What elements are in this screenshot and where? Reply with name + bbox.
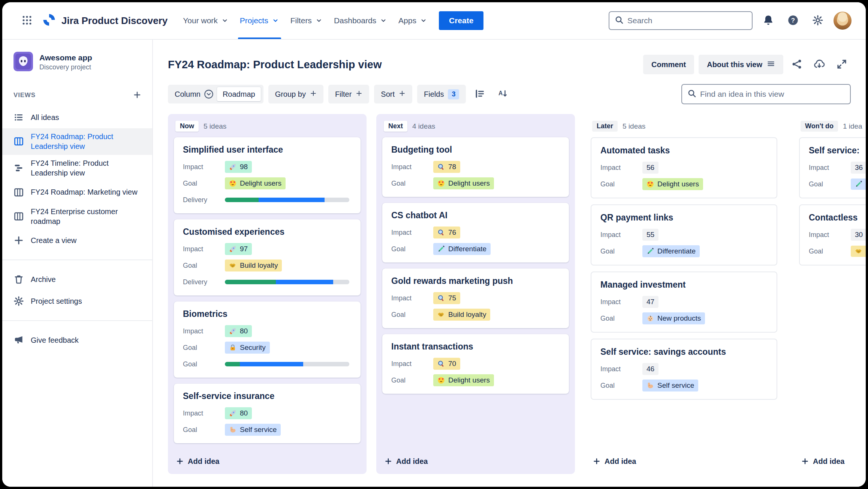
group-by-button[interactable]: Group by: [268, 85, 323, 104]
field-label: Goal: [600, 382, 642, 390]
chevron-down-icon: [420, 17, 427, 24]
idea-card[interactable]: Gold rewards marketing pushImpact75GoalB…: [382, 268, 569, 328]
idea-card[interactable]: Self service:Impact36Goal: [799, 137, 866, 198]
sidebar-item-project-settings[interactable]: Project settings: [2, 290, 152, 312]
idea-card[interactable]: Instant transactionsImpact70GoalDelight …: [382, 334, 569, 394]
idea-card-title: Budgeting tool: [391, 145, 560, 155]
find-idea-input[interactable]: [700, 90, 845, 99]
fullscreen-button[interactable]: [833, 56, 851, 74]
column-control[interactable]: Column Roadmap: [168, 85, 263, 104]
badge-value: Self service: [657, 381, 694, 390]
card-field-row: GoalSelf service: [600, 377, 768, 394]
add-view-button[interactable]: [130, 88, 144, 102]
top-navigation: Jira Product Discovery Your work Project…: [2, 2, 866, 40]
project-type: Discovery project: [39, 63, 92, 71]
add-idea-button[interactable]: Add idea: [385, 457, 428, 466]
view-header-actions: Comment About this view: [643, 55, 851, 74]
idea-card[interactable]: CS chatbot AIImpact76GoalDifferentiate: [382, 203, 569, 262]
app-brand[interactable]: Jira Product Discovery: [42, 13, 168, 28]
pen-icon: [647, 248, 654, 255]
card-field-row: GoalNew products: [600, 310, 768, 327]
find-idea-search: [681, 84, 851, 104]
goal-badge: Security: [225, 342, 270, 354]
fields-button[interactable]: Fields 3: [417, 85, 466, 104]
nav-item-apps[interactable]: Apps: [393, 2, 433, 39]
settings-button[interactable]: [809, 12, 827, 30]
badge-value: 36: [855, 164, 863, 172]
sidebar-item-archive[interactable]: Archive: [2, 268, 152, 290]
add-idea-button[interactable]: Add idea: [593, 457, 636, 466]
idea-card[interactable]: BiometricsImpact80GoalSecurityGoal: [174, 302, 361, 378]
global-search-input[interactable]: [627, 16, 747, 25]
bell-icon: [763, 15, 774, 27]
sidebar-item-fy24-roadmap-product-leadership[interactable]: FY24 Roadmap: Product Leadership view: [2, 128, 152, 155]
card-field-row: Impact80: [183, 405, 352, 422]
sidebar-item-create-a-view[interactable]: Create a view: [2, 230, 152, 251]
user-avatar[interactable]: [834, 12, 852, 30]
add-idea-button[interactable]: Add idea: [801, 457, 844, 466]
goal-badge: Differentiate: [433, 243, 491, 255]
impact-badge: 75: [433, 292, 460, 304]
app-switcher-button[interactable]: [18, 12, 36, 30]
card-field-row: Goal: [809, 176, 866, 192]
board-column-next: Next4 ideasBudgeting toolImpact78GoalDel…: [376, 114, 575, 474]
sidebar-item-give-feedback[interactable]: Give feedback: [2, 329, 152, 351]
field-label: Goal: [183, 262, 225, 270]
column-cards: Budgeting toolImpact78GoalDelight usersC…: [376, 136, 575, 451]
comment-button[interactable]: Comment: [643, 55, 694, 74]
notifications-button[interactable]: [759, 12, 777, 30]
sidebar-item-fy24-enterprise-customer-roadmap[interactable]: FY24 Enterprise customer roadmap: [2, 203, 152, 230]
goal-badge: [851, 246, 866, 257]
column-status-badge: Now: [175, 121, 199, 132]
idea-card[interactable]: Customised experiencesImpact97GoalBuild …: [174, 219, 361, 296]
idea-card[interactable]: Automated tasksImpact56GoalDelight users: [591, 137, 777, 198]
card-field-row: Impact55: [600, 226, 768, 243]
top-navigation-right: ?: [609, 11, 852, 30]
plus-icon: [176, 458, 184, 465]
sidebar-item-fy24-roadmap-marketing[interactable]: FY24 Roadmap: Marketing view: [2, 182, 152, 203]
sort-alpha-icon: A: [497, 88, 508, 100]
impact-badge: 80: [225, 325, 252, 337]
progress-segment: [259, 198, 325, 202]
idea-card[interactable]: Self-service insuranceImpact80GoalSelf s…: [174, 384, 361, 443]
idea-card[interactable]: QR payment linksImpact55GoalDifferentiat…: [591, 204, 777, 266]
field-label: Impact: [183, 245, 225, 253]
publish-button[interactable]: [810, 56, 828, 74]
idea-card-title: Self-service insurance: [183, 391, 352, 401]
sidebar-item-all-ideas[interactable]: All ideas: [2, 106, 152, 128]
goal-badge: Delight users: [433, 177, 494, 189]
nav-item-your-work[interactable]: Your work: [177, 2, 234, 39]
card-field-row: Goal: [809, 243, 866, 260]
idea-card[interactable]: Self service: savings accountsImpact46Go…: [591, 339, 777, 400]
sidebar-item-label: FY24 Roadmap: Product Leadership view: [31, 132, 142, 152]
help-button[interactable]: ?: [784, 12, 802, 30]
add-idea-button[interactable]: Add idea: [176, 457, 219, 466]
nav-item-projects[interactable]: Projects: [234, 2, 285, 39]
sort-alpha-button[interactable]: A: [494, 85, 512, 103]
view-settings-button[interactable]: [471, 85, 489, 103]
idea-card[interactable]: Simplified user interfaceImpact98GoalDel…: [174, 137, 361, 213]
filter-button[interactable]: Filter: [328, 85, 369, 104]
badge-value: Delight users: [448, 179, 490, 188]
chevron-down-icon: [221, 17, 229, 24]
add-idea-label: Add idea: [396, 457, 428, 466]
idea-card[interactable]: ContactlessImpact30Goal: [799, 204, 866, 266]
app-switcher-grid-icon: [21, 15, 33, 27]
sidebar-item-fy24-timeline-product-leadership[interactable]: FY24 Timeline: Product Leadership view: [2, 155, 152, 182]
idea-card[interactable]: Budgeting toolImpact78GoalDelight users: [382, 137, 569, 197]
card-field-row: GoalBuild loyalty: [391, 306, 560, 323]
column-value-chip: Roadmap: [217, 87, 261, 101]
nav-item-filters[interactable]: Filters: [285, 2, 328, 39]
nav-item-dashboards[interactable]: Dashboards: [328, 2, 393, 39]
goal-badge: New products: [642, 312, 705, 324]
goal-badge: Delight users: [225, 177, 286, 189]
share-button[interactable]: [788, 56, 806, 74]
goal-badge: Self service: [225, 424, 281, 436]
badge-value: Build loyalty: [240, 261, 278, 270]
idea-card[interactable]: Managed investmentImpact47GoalNew produc…: [591, 272, 777, 333]
create-button[interactable]: Create: [439, 11, 483, 30]
search-icon: [615, 15, 624, 26]
about-button-label: About this view: [707, 60, 762, 69]
about-this-view-button[interactable]: About this view: [699, 55, 783, 74]
sort-button[interactable]: Sort: [374, 85, 412, 104]
